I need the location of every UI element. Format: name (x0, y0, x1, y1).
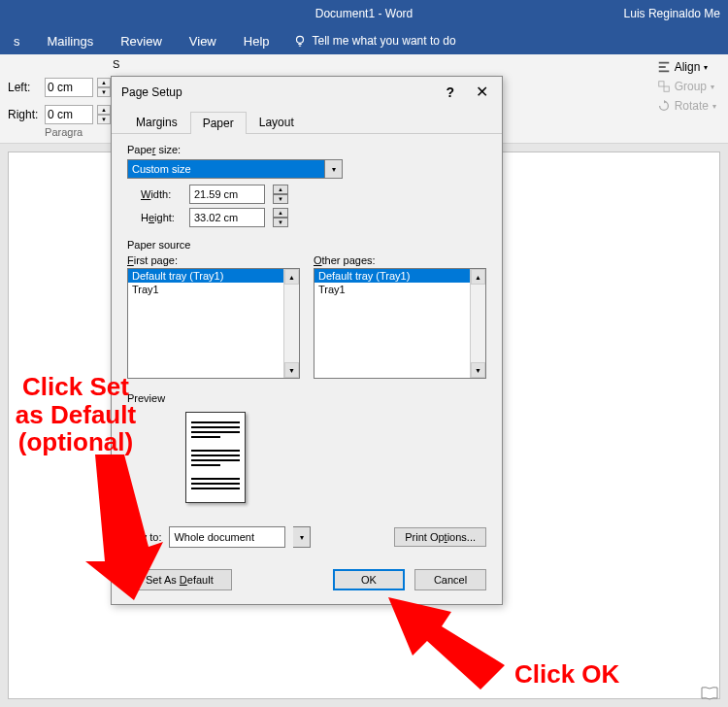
indent-left-input[interactable] (45, 78, 93, 97)
rotate-button[interactable]: Rotate ▾ (653, 97, 720, 115)
close-button[interactable]: ✕ (472, 83, 492, 101)
user-name: Luis Reginaldo Me (624, 7, 720, 20)
indent-right-label: Right: (8, 108, 41, 121)
svg-rect-3 (658, 71, 669, 73)
spin-down-icon[interactable]: ▼ (273, 218, 288, 227)
preview-thumbnail (185, 412, 246, 503)
arrow-icon (56, 454, 163, 600)
lightbulb-icon (293, 34, 307, 48)
preview-label: Preview (127, 392, 486, 404)
height-spinner[interactable]: ▲ ▼ (273, 208, 288, 227)
svg-rect-1 (658, 62, 669, 64)
paragraph-group-label: Paragra (8, 126, 119, 140)
annotation-click-ok: Click OK (514, 660, 619, 689)
other-pages-label: Other pages: (314, 254, 486, 266)
ribbon-tab-mailings[interactable]: Mailings (34, 27, 108, 54)
height-label: Height: (141, 212, 182, 223)
group-icon (657, 80, 671, 93)
spacing-header-partial: S (113, 58, 119, 70)
spin-down-icon[interactable]: ▼ (273, 194, 288, 204)
arrange-group: Align ▾ Group ▾ Rotate ▾ (653, 58, 720, 115)
width-input[interactable] (189, 185, 265, 204)
height-input[interactable] (189, 208, 265, 227)
spin-down-icon[interactable]: ▼ (97, 87, 111, 97)
indent-left-spinner[interactable]: ▲ ▼ (97, 78, 111, 97)
scroll-up-icon[interactable]: ▲ (284, 269, 299, 285)
scroll-down-icon[interactable]: ▼ (284, 362, 299, 378)
status-bar (691, 683, 728, 707)
apply-to-dropdown-arrow[interactable]: ▾ (293, 526, 311, 548)
svg-rect-5 (664, 86, 669, 91)
arrow-icon (388, 597, 505, 690)
spin-up-icon[interactable]: ▲ (97, 105, 111, 115)
ribbon-tab-review[interactable]: Review (107, 27, 176, 54)
annotation-set-default: Click Set as Default (optional) (8, 373, 144, 456)
tab-layout[interactable]: Layout (247, 111, 307, 133)
align-button[interactable]: Align ▾ (653, 58, 720, 76)
spin-down-icon[interactable]: ▼ (97, 115, 111, 124)
paper-size-dropdown-arrow[interactable]: ▾ (325, 159, 343, 179)
ok-button[interactable]: OK (333, 569, 405, 590)
indent-right-spinner[interactable]: ▲ ▼ (97, 105, 111, 124)
scrollbar[interactable]: ▲ ▼ (470, 269, 485, 378)
width-label: Width: (141, 188, 182, 200)
apply-to-select[interactable]: Whole document (169, 526, 285, 548)
paper-source-label: Paper source (127, 239, 486, 251)
chevron-down-icon: ▾ (712, 102, 716, 111)
dialog-title-text: Page Setup (121, 85, 182, 99)
ribbon-tab-view[interactable]: View (176, 27, 230, 54)
indent-left-label: Left: (8, 81, 41, 94)
indent-right-input[interactable] (45, 105, 93, 124)
word-title-bar: Document1 - Word Luis Reginaldo Me (0, 0, 728, 27)
rotate-icon (657, 99, 671, 113)
spin-up-icon[interactable]: ▲ (273, 185, 288, 194)
list-item[interactable]: Default tray (Tray1) (128, 269, 299, 283)
ribbon-tab-help[interactable]: Help (230, 27, 283, 54)
other-pages-listbox[interactable]: Default tray (Tray1) Tray1 ▲ ▼ (314, 268, 486, 379)
dialog-tabs: Margins Paper Layout (112, 111, 502, 134)
spin-up-icon[interactable]: ▲ (97, 78, 111, 87)
svg-rect-4 (658, 82, 663, 86)
svg-marker-6 (85, 454, 163, 600)
print-options-button[interactable]: Print Options... (394, 527, 486, 547)
spin-up-icon[interactable]: ▲ (273, 208, 288, 218)
list-item[interactable]: Tray1 (128, 283, 299, 296)
document-title: Document1 - Word (315, 7, 413, 20)
paper-size-label: Paper size: (127, 144, 486, 155)
help-button[interactable]: ? (446, 84, 454, 100)
ribbon-tab-partial[interactable]: s (0, 27, 34, 54)
paper-size-select[interactable]: Custom size (127, 159, 325, 179)
tab-margins[interactable]: Margins (123, 111, 190, 133)
scroll-up-icon[interactable]: ▲ (471, 269, 485, 285)
chevron-down-icon: ▾ (711, 83, 714, 91)
group-button[interactable]: Group ▾ (653, 78, 720, 95)
scroll-down-icon[interactable]: ▼ (471, 362, 485, 378)
svg-marker-7 (388, 597, 505, 690)
paragraph-group: S Left: ▲ ▼ Right: ▲ ▼ Paragra (8, 58, 119, 139)
list-item[interactable]: Tray1 (314, 283, 485, 296)
align-icon (657, 60, 671, 74)
tell-me-search[interactable]: Tell me what you want to do (283, 34, 456, 48)
chevron-down-icon: ▾ (704, 63, 708, 72)
ribbon-tabs: s Mailings Review View Help Tell me what… (0, 27, 728, 54)
cancel-button[interactable]: Cancel (414, 569, 486, 590)
width-spinner[interactable]: ▲ ▼ (273, 185, 288, 204)
scrollbar[interactable]: ▲ ▼ (283, 269, 299, 378)
first-page-label: First page: (127, 254, 300, 266)
list-item[interactable]: Default tray (Tray1) (314, 269, 485, 283)
tab-paper[interactable]: Paper (190, 112, 247, 134)
book-icon (701, 687, 718, 700)
svg-rect-2 (658, 66, 665, 68)
svg-point-0 (296, 36, 303, 43)
page-setup-dialog: Page Setup ? ✕ Margins Paper Layout Pape… (111, 76, 503, 605)
first-page-listbox[interactable]: Default tray (Tray1) Tray1 ▲ ▼ (127, 268, 300, 379)
dialog-titlebar: Page Setup ? ✕ (112, 77, 502, 107)
